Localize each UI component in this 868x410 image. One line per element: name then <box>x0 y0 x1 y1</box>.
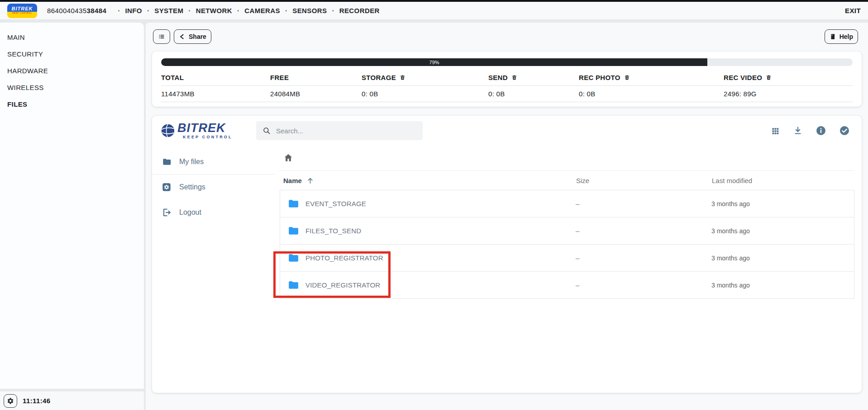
storage-progress-bar: 79% <box>161 58 853 66</box>
menu-separator: · <box>147 7 149 15</box>
file-size: – <box>568 227 685 235</box>
file-name: EVENT_STORAGE <box>305 200 366 207</box>
trash-icon[interactable] <box>400 75 405 80</box>
file-manager-logo-title: BITREK <box>177 122 233 134</box>
sidebar-item-main[interactable]: MAIN <box>0 29 144 46</box>
menu-item-network[interactable]: NETWORK <box>196 7 232 14</box>
storage-progress-fill: 79% <box>161 58 707 66</box>
info-icon[interactable] <box>816 125 826 136</box>
menu-separator: · <box>332 7 334 15</box>
main-panel: Share Help 79% TOTAL FREE STORAGE <box>146 23 868 410</box>
file-modified: 3 months ago <box>685 254 854 262</box>
list-view-button[interactable] <box>153 29 170 44</box>
file-rows: EVENT_STORAGE – 3 months ago FILES_TO_SE… <box>280 190 854 299</box>
file-size: – <box>568 200 685 207</box>
file-modified: 3 months ago <box>685 227 854 235</box>
file-modified: 3 months ago <box>685 282 854 289</box>
storage-total-value: 114473MB <box>161 86 270 102</box>
help-button[interactable]: Help <box>825 29 858 44</box>
menu-item-info[interactable]: INFO <box>125 7 142 14</box>
download-icon[interactable] <box>793 126 803 136</box>
storage-col-storage-header: STORAGE <box>362 72 488 86</box>
file-modified: 3 months ago <box>685 200 854 207</box>
menu-item-system[interactable]: SYSTEM <box>154 7 183 14</box>
trash-icon[interactable] <box>511 75 517 80</box>
select-all-check-icon[interactable] <box>839 125 850 136</box>
storage-col-recphoto-header: REC PHOTO <box>579 72 724 86</box>
storage-col-free-header: FREE <box>270 72 362 86</box>
page-toolbar: Share Help <box>146 23 868 49</box>
folder-icon <box>287 225 299 236</box>
file-row-files-to-send[interactable]: FILES_TO_SEND – 3 months ago <box>280 217 854 245</box>
storage-progress-label: 79% <box>429 60 439 65</box>
exit-button[interactable]: EXIT <box>845 7 861 14</box>
storage-col-total-header: TOTAL <box>161 72 270 86</box>
fm-nav-settings[interactable]: Settings <box>152 174 275 200</box>
top-navigation-bar: BITREK KEEP CONTROL 864004043538484 · IN… <box>0 0 868 20</box>
bitrek-logo: BITREK KEEP CONTROL <box>7 4 37 18</box>
sidebar-item-security[interactable]: SECURITY <box>0 46 144 62</box>
file-manager-body: My files Settings Logout <box>152 146 862 393</box>
file-manager-sidebar: My files Settings Logout <box>152 146 275 393</box>
folder-icon <box>287 198 299 209</box>
search-input[interactable] <box>276 127 416 135</box>
device-time: 11:11:46 <box>23 397 51 405</box>
storage-col-label: STORAGE <box>362 74 396 81</box>
file-manager-header: BITREK KEEP CONTROL <box>152 116 862 146</box>
breadcrumb <box>280 148 854 171</box>
sidebar-item-files[interactable]: FILES <box>0 96 144 113</box>
storage-col-label: REC VIDEO <box>724 74 762 81</box>
folder-icon <box>162 157 172 167</box>
folder-icon <box>287 252 299 264</box>
column-header-modified[interactable]: Last modified <box>686 177 854 184</box>
bitrek-logo-subtitle: KEEP CONTROL <box>7 12 37 18</box>
sidebar-item-hardware[interactable]: HARDWARE <box>0 62 144 79</box>
file-row-event-storage[interactable]: EVENT_STORAGE – 3 months ago <box>280 190 854 217</box>
file-row-video-registrator[interactable]: VIDEO_REGISTRATOR – 3 months ago <box>280 271 854 299</box>
share-button[interactable]: Share <box>174 29 211 44</box>
device-id: 864004043538484 <box>47 7 106 14</box>
file-name: PHOTO_REGISTRATOR <box>305 254 383 262</box>
storage-recvideo-value: 2496: 89G <box>724 86 853 102</box>
settings-gear-button[interactable] <box>4 394 17 408</box>
storage-col-label: TOTAL <box>161 74 184 81</box>
column-header-size[interactable]: Size <box>568 177 686 184</box>
file-manager-view-controls <box>771 125 850 136</box>
bitrek-logo-title: BITREK <box>7 4 37 12</box>
fm-nav-label: Logout <box>179 208 201 217</box>
file-table-header: Name Size Last modified <box>280 171 854 190</box>
fm-nav-my-files[interactable]: My files <box>152 149 275 174</box>
menu-item-cameras[interactable]: CAMERAS <box>244 7 280 14</box>
trash-icon[interactable] <box>766 75 772 80</box>
column-header-name-label: Name <box>283 177 302 184</box>
search-icon <box>262 127 271 135</box>
grid-view-icon[interactable] <box>771 126 780 136</box>
home-icon[interactable] <box>283 153 293 163</box>
menu-separator: · <box>188 7 191 15</box>
menu-item-sensors[interactable]: SENSORS <box>292 7 327 14</box>
storage-send-value: 0: 0B <box>488 86 579 102</box>
trash-icon[interactable] <box>624 75 630 80</box>
settings-square-icon <box>162 182 172 192</box>
device-id-suffix: 38484 <box>86 7 106 14</box>
file-manager-logo-subtitle: KEEP CONTROL <box>183 135 233 139</box>
file-manager-logo: BITREK KEEP CONTROL <box>160 122 249 139</box>
file-size: – <box>568 254 685 262</box>
fm-nav-logout[interactable]: Logout <box>152 200 275 225</box>
list-icon <box>158 33 165 40</box>
folder-icon <box>287 279 299 291</box>
logout-icon <box>162 207 172 217</box>
storage-col-label: FREE <box>270 74 289 81</box>
help-button-label: Help <box>839 33 853 40</box>
storage-stats-table: TOTAL FREE STORAGE SEND REC PHOTO REC VI… <box>161 72 853 102</box>
sidebar-item-wireless[interactable]: WIRELESS <box>0 79 144 96</box>
fm-nav-label: My files <box>179 158 204 166</box>
column-header-name[interactable]: Name <box>280 177 568 184</box>
file-manager-card: BITREK KEEP CONTROL <box>152 116 862 393</box>
menu-item-recorder[interactable]: RECORDER <box>339 7 380 14</box>
file-manager-content: Name Size Last modified EVENT_STORAGE – <box>275 146 862 393</box>
file-name: VIDEO_REGISTRATOR <box>305 281 380 289</box>
menu-separator: · <box>237 7 239 15</box>
file-row-photo-registrator[interactable]: PHOTO_REGISTRATOR – 3 months ago <box>280 244 854 272</box>
gear-icon <box>7 397 14 405</box>
